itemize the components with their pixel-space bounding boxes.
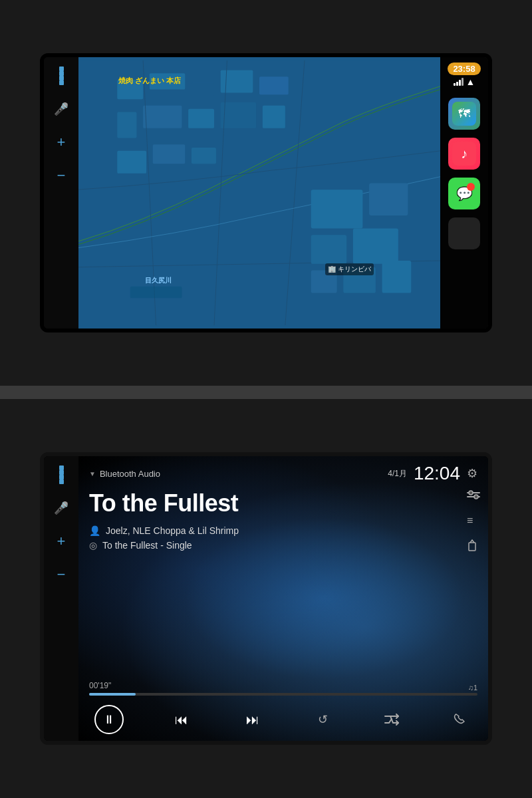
mic-icon-bottom[interactable]: 🎤 xyxy=(51,497,72,519)
grid-menu-icon-bottom[interactable] xyxy=(51,464,72,485)
map-background: 焼肉 ざんまい 本店 目久尻川 🏢 キリンビバ xyxy=(78,57,440,329)
zoom-in-icon[interactable]: + xyxy=(51,132,72,153)
sidebar-left-bottom: 🎤 + − xyxy=(44,456,78,741)
carplay-top-unit: 🎤 + − xyxy=(40,53,492,332)
artist-icon: 👤 xyxy=(89,525,100,536)
datetime-area: 4/1月 12:04 ⚙ xyxy=(388,463,477,484)
mic-icon[interactable]: 🎤 xyxy=(51,98,72,120)
zoom-out-icon[interactable]: − xyxy=(51,165,72,186)
svg-rect-6 xyxy=(117,112,136,138)
map-roads-svg xyxy=(78,57,440,329)
svg-rect-17 xyxy=(353,228,398,263)
progress-bar-container[interactable]: ♫1 xyxy=(89,693,477,696)
artist-name: Joelz, NLE Choppa & Lil Shrimp xyxy=(106,525,239,536)
svg-text:🗺: 🗺 xyxy=(458,107,470,120)
date-display: 4/1月 xyxy=(388,468,407,479)
section-divider xyxy=(0,386,532,399)
svg-rect-21 xyxy=(130,287,182,298)
svg-rect-11 xyxy=(117,151,146,174)
dropdown-arrow-icon: ▼ xyxy=(89,470,96,477)
settings-icon[interactable]: ⚙ xyxy=(467,466,477,481)
right-controls: ≡ xyxy=(467,489,480,555)
top-section: 🎤 + − xyxy=(0,0,532,386)
equalizer-icon[interactable] xyxy=(467,489,480,503)
shuffle-button[interactable] xyxy=(380,708,404,732)
song-meta: 👤 Joelz, NLE Choppa & Lil Shrimp ◎ To th… xyxy=(89,525,239,551)
grid-menu-icon[interactable] xyxy=(51,65,72,86)
repeat-count: ♫1 xyxy=(468,684,477,692)
cellular-signal xyxy=(454,78,464,86)
map-kirin-label: 🏢 キリンビバ xyxy=(325,263,374,275)
sidebar-left-top: 🎤 + − xyxy=(44,57,78,329)
phone-button[interactable] xyxy=(448,708,472,732)
all-apps-icon[interactable] xyxy=(448,217,480,249)
pause-button[interactable]: ⏸ xyxy=(94,705,124,734)
svg-rect-9 xyxy=(221,102,256,128)
phone-icon xyxy=(454,713,467,726)
svg-rect-10 xyxy=(263,106,285,128)
messages-app-icon[interactable]: 💬 xyxy=(448,178,480,209)
volume-up-icon[interactable]: + xyxy=(51,531,72,552)
svg-rect-13 xyxy=(192,148,216,164)
bottom-section: 🎤 + − ▼ Bluetooth Audio 4/1月 12:04 ⚙ xyxy=(0,399,532,798)
audio-content-area: ▼ Bluetooth Audio 4/1月 12:04 ⚙ To the Fu… xyxy=(78,456,488,741)
queue-icon[interactable]: ≡ xyxy=(467,515,480,527)
prev-button[interactable]: ⏮ xyxy=(168,706,195,733)
album-icon: ◎ xyxy=(89,540,97,551)
clock-display: 23:58 xyxy=(448,63,480,75)
shuffle-icon xyxy=(384,714,400,726)
time-display: 12:04 xyxy=(414,463,460,484)
svg-text:♪: ♪ xyxy=(461,146,467,161)
svg-rect-3 xyxy=(192,83,214,96)
audio-overlay: ▼ Bluetooth Audio 4/1月 12:04 ⚙ To the Fu… xyxy=(78,456,488,741)
next-button[interactable]: ⏭ xyxy=(239,706,266,733)
album-name: To the Fullest - Single xyxy=(102,540,192,551)
progress-bar-fill xyxy=(89,693,136,696)
progress-time: 00'19" xyxy=(89,681,477,690)
maps-app-icon[interactable]: 🗺 xyxy=(448,98,480,130)
svg-rect-20 xyxy=(382,261,412,293)
wifi-icon: ▲ xyxy=(466,76,475,87)
svg-rect-14 xyxy=(311,190,363,228)
transport-controls: ⏸ ⏮ ⏭ ↺ xyxy=(89,705,477,734)
svg-rect-8 xyxy=(188,109,214,128)
svg-point-31 xyxy=(469,491,473,495)
prev-icon: ⏮ xyxy=(175,712,188,728)
volume-down-icon[interactable]: − xyxy=(51,564,72,585)
pause-icon: ⏸ xyxy=(103,713,115,727)
artist-row: 👤 Joelz, NLE Choppa & Lil Shrimp xyxy=(89,525,239,536)
signal-area: ▲ xyxy=(454,76,475,87)
repeat-button[interactable]: ↺ xyxy=(311,708,335,732)
audio-header: ▼ Bluetooth Audio 4/1月 12:04 ⚙ xyxy=(89,463,477,484)
carplay-bottom-unit: 🎤 + − ▼ Bluetooth Audio 4/1月 12:04 ⚙ xyxy=(40,452,492,745)
svg-rect-33 xyxy=(469,543,475,551)
share-icon[interactable] xyxy=(467,539,480,555)
status-bar: 23:58 ▲ xyxy=(440,63,488,87)
svg-rect-16 xyxy=(311,235,346,264)
source-label-area: ▼ Bluetooth Audio xyxy=(89,469,160,479)
svg-point-28 xyxy=(467,183,475,191)
meta-controls-row: 👤 Joelz, NLE Choppa & Lil Shrimp ◎ To th… xyxy=(89,525,477,557)
repeat-icon: ↺ xyxy=(318,712,328,727)
svg-rect-12 xyxy=(153,144,186,164)
svg-rect-5 xyxy=(259,76,289,94)
map-restaurant-label: 焼肉 ざんまい 本店 xyxy=(118,76,181,86)
svg-rect-15 xyxy=(369,183,408,215)
app-dock: 23:58 ▲ xyxy=(440,57,488,329)
svg-point-32 xyxy=(474,495,478,499)
progress-section: 00'19" ♫1 xyxy=(89,681,477,697)
map-area: 焼肉 ざんまい 本店 目久尻川 🏢 キリンビバ xyxy=(78,57,440,329)
song-title: To the Fullest xyxy=(89,489,477,517)
album-row: ◎ To the Fullest - Single xyxy=(89,540,239,551)
svg-rect-7 xyxy=(143,106,182,128)
map-river-label: 目久尻川 xyxy=(145,276,172,285)
music-app-icon[interactable]: ♪ xyxy=(448,138,480,170)
next-icon: ⏭ xyxy=(246,712,259,728)
source-label: Bluetooth Audio xyxy=(100,469,160,479)
